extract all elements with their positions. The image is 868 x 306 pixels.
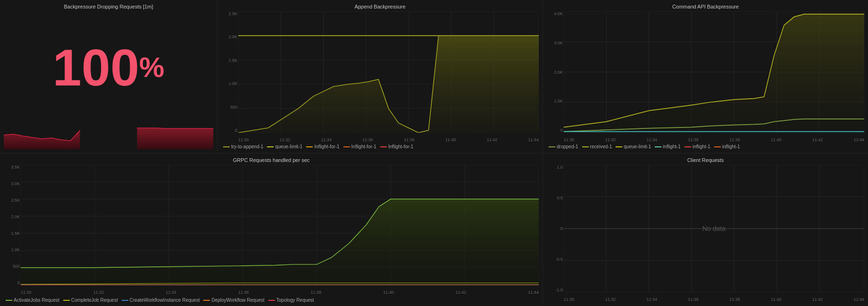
command-chart-container: 01.0K2.0K3.0K4.0K [547, 11, 864, 149]
legend-label: inflight-1 [663, 144, 681, 149]
append-y-axis: 05001.0K1.5K2.0K2.5K [221, 11, 238, 133]
grpc-panel: GRPC Requests handled per sec 05001.0K1.… [0, 153, 542, 306]
grpc-legend: ActivateJobs Request CompleteJob Request… [4, 296, 539, 303]
legend-topology: Topology Request [268, 298, 314, 303]
legend-inflight-2: Inflight-for-1 [343, 144, 376, 149]
legend-dot [582, 146, 589, 147]
legend-complete-job: CompleteJob Request [63, 298, 118, 303]
legend-activate-jobs: ActivateJobs Request [6, 298, 59, 303]
legend-queue-limit: queue-limit-1 [267, 144, 302, 149]
legend-inflight-cmd-3: inflight-1 [714, 144, 740, 149]
no-data-label: No data [564, 165, 864, 292]
legend-dot [268, 300, 275, 301]
dashboard: Backpressure Dropping Requests [1m] 100% [0, 0, 868, 306]
client-chart-container: -1.0-0.500.51.0 [547, 165, 864, 303]
svg-marker-0 [4, 130, 80, 149]
legend-dot [267, 146, 274, 147]
legend-label: received-1 [590, 144, 612, 149]
append-x-axis: 11:3011:3211:3411:3611:3811:4011:4211:44 [238, 137, 539, 142]
legend-label: inflight-1 [722, 144, 740, 149]
client-y-axis: -1.0-0.500.51.0 [547, 165, 564, 292]
grpc-svg [21, 165, 539, 285]
legend-deploy-workflow: DeployWorkflow Request [203, 298, 264, 303]
command-legend: dropped-1 received-1 queue-limit-1 infli… [547, 142, 864, 149]
legend-create-workflow: CreateWorkflowInstance Request [122, 298, 200, 303]
grpc-x-axis: 11:3011:3211:3411:3611:3811:4011:4211:44 [21, 290, 539, 295]
legend-try-to-append: try-to-append-1 [223, 144, 263, 149]
legend-inflight-cmd-2: inflight-1 [684, 144, 710, 149]
command-api-panel: Command API Backpressure 01.0K2.0K3.0K4.… [543, 0, 868, 153]
legend-label: dropped-1 [557, 144, 578, 149]
client-requests-title: Client Requests [547, 157, 864, 163]
legend-inflight-1: Inflight-for-1 [306, 144, 339, 149]
legend-queue-limit-cmd: queue-limit-1 [616, 144, 651, 149]
legend-dot [306, 146, 313, 147]
append-chart-container: 05001.0K1.5K2.0K2.5K [221, 11, 539, 149]
legend-dot [549, 146, 555, 147]
legend-label: Topology Request [276, 298, 314, 303]
grpc-y-axis: 05001.0K1.5K2.0K2.5K3.0K3.5K [4, 165, 21, 285]
legend-dot [616, 146, 622, 147]
legend-label: DeployWorkflow Request [211, 298, 264, 303]
svg-marker-49 [21, 199, 539, 285]
client-requests-panel: Client Requests -1.0-0.500.51.0 [543, 153, 868, 306]
grpc-chart-area: 05001.0K1.5K2.0K2.5K3.0K3.5K [4, 165, 539, 296]
legend-dot [343, 146, 350, 147]
client-x-axis: 11:3011:3211:3411:3611:3811:4011:4211:44 [564, 297, 864, 302]
grpc-title: GRPC Requests handled per sec [4, 157, 539, 163]
backpressure-panel: Backpressure Dropping Requests [1m] 100% [0, 0, 217, 153]
append-backpressure-title: Append Backpressure [221, 4, 539, 9]
svg-marker-1 [137, 128, 213, 149]
command-svg [564, 11, 864, 133]
legend-dot [6, 300, 12, 301]
backpressure-title: Backpressure Dropping Requests [1m] [4, 4, 213, 9]
command-api-title: Command API Backpressure [547, 4, 864, 9]
legend-label: CreateWorkflowInstance Request [130, 298, 200, 303]
legend-label: queue-limit-1 [275, 144, 302, 149]
legend-label: Inflight-for-1 [388, 144, 413, 149]
append-chart-area: 05001.0K1.5K2.0K2.5K [221, 11, 539, 142]
legend-inflight-3: Inflight-for-1 [380, 144, 413, 149]
legend-dot [655, 146, 661, 147]
legend-dot [63, 300, 70, 301]
legend-dot [203, 300, 210, 301]
append-backpressure-panel: Append Backpressure 05001.0K1.5K2.0K2.5K [217, 0, 542, 153]
append-grid [238, 11, 539, 133]
svg-marker-31 [564, 14, 864, 133]
legend-label: Inflight-for-1 [314, 144, 339, 149]
legend-dot [684, 146, 691, 147]
legend-label: try-to-append-1 [231, 144, 263, 149]
append-legend: try-to-append-1 queue-limit-1 Inflight-f… [221, 142, 539, 149]
legend-dropped: dropped-1 [549, 144, 578, 149]
legend-label: Inflight-for-1 [351, 144, 376, 149]
legend-inflight-cmd-1: inflight-1 [655, 144, 681, 149]
legend-label: queue-limit-1 [624, 144, 651, 149]
sparkline-area [4, 121, 213, 149]
legend-label: ActivateJobs Request [14, 298, 59, 303]
legend-dot [714, 146, 721, 147]
command-x-axis: 11:3011:3211:3411:3611:3811:4011:4211:44 [564, 137, 864, 142]
command-y-axis: 01.0K2.0K3.0K4.0K [547, 11, 564, 133]
legend-received: received-1 [582, 144, 612, 149]
backpressure-value: 100% [4, 16, 213, 119]
grpc-chart-container: 05001.0K1.5K2.0K2.5K3.0K3.5K [4, 165, 539, 303]
client-chart-area: -1.0-0.500.51.0 [547, 165, 864, 303]
command-chart-area: 01.0K2.0K3.0K4.0K [547, 11, 864, 142]
legend-dot [122, 300, 128, 301]
legend-label: CompleteJob Request [71, 298, 118, 303]
legend-label: inflight-1 [693, 144, 710, 149]
legend-dot [223, 146, 230, 147]
legend-dot [380, 146, 387, 147]
